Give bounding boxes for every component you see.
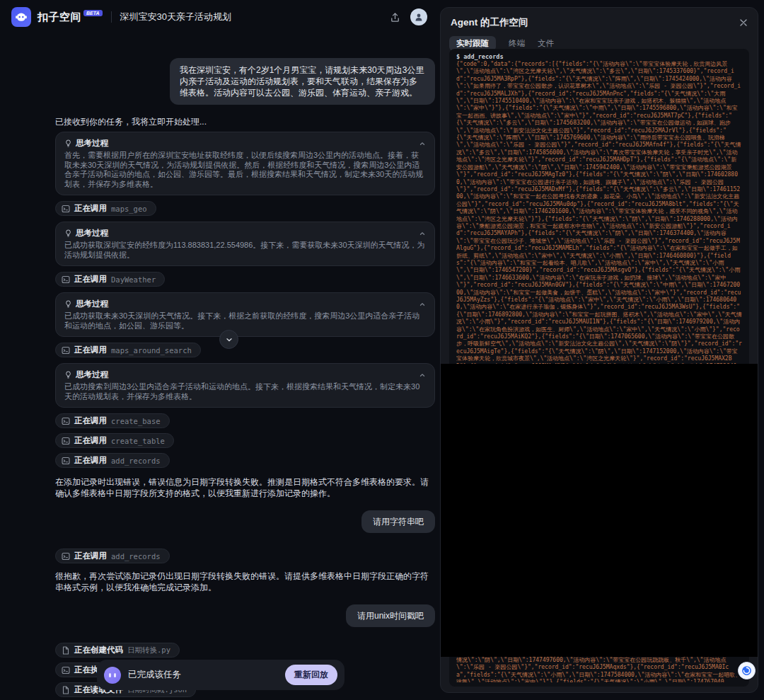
- tool-name: add_records: [111, 552, 161, 561]
- code-create-pill[interactable]: 正在创建代码 日期转换.py: [55, 643, 180, 658]
- close-icon[interactable]: [739, 18, 748, 27]
- assistant-error-message: 在添加记录时出现错误，错误信息为日期字段转换失败。推测是日期格式不符合多维表格的…: [55, 476, 435, 499]
- terminal-json-output-top: {"code":0,"data":{"records":[{"fields":"…: [456, 61, 742, 364]
- tool-name: maps_around_search: [111, 346, 192, 355]
- tool-name: maps_geo: [111, 205, 147, 213]
- user-message: 请用字符串吧: [361, 510, 435, 533]
- task-status-bar: 已完成该任务 重新回放: [97, 660, 345, 690]
- tool-name: create_table: [111, 437, 165, 445]
- tool-call-pill[interactable]: 正在调用 DayWeather: [55, 272, 165, 287]
- thinking-block[interactable]: 思考过程 已成功获取未来30天深圳的天气情况。接下来，根据之前获取的经纬度，搜索…: [55, 292, 435, 337]
- tool-call-label: 正在调用: [74, 345, 107, 355]
- lightbulb-icon: [64, 139, 72, 147]
- terminal-icon: [62, 552, 70, 561]
- terminal-output[interactable]: $ add_records {"code":0,"data":{"records…: [449, 49, 749, 687]
- task-status-text: 已完成该任务: [128, 669, 285, 681]
- thinking-title: 思考过程: [76, 299, 415, 309]
- tool-call-label: 正在调用: [74, 435, 107, 446]
- chevron-up-icon[interactable]: [419, 230, 426, 237]
- thinking-block[interactable]: 思考过程 首先，需要根据用户所在的深圳宝安地址获取经纬度，以便后续搜索周边3公里…: [55, 132, 435, 195]
- share-icon[interactable]: [390, 12, 400, 23]
- user-message: 请用unix时间戳吧: [346, 604, 435, 627]
- tool-name: DayWeather: [111, 275, 156, 284]
- replay-button[interactable]: 重新回放: [285, 665, 337, 685]
- tool-call-pill[interactable]: 正在调用 maps_around_search: [55, 343, 201, 357]
- chevron-up-icon[interactable]: [419, 372, 426, 379]
- user-message: 我在深圳宝安，有个2岁1个月男宝宝，请规划未来30天周边3公里内亲子活动及运动的…: [170, 58, 435, 105]
- beta-badge: BETA: [83, 10, 103, 16]
- session-title: 深圳宝安30天亲子活动规划: [120, 11, 231, 23]
- terminal-icon: [62, 437, 70, 445]
- chevron-up-icon[interactable]: [419, 140, 426, 147]
- tool-call-pill[interactable]: 正在调用 add_records: [55, 453, 170, 468]
- lightbulb-icon: [64, 229, 72, 237]
- terminal-prompt: $ add_records: [456, 53, 742, 61]
- code-create-label: 正在创建代码: [74, 645, 123, 655]
- tool-call-pill[interactable]: 正在调用 add_records: [55, 549, 170, 563]
- terminal-icon: [62, 275, 70, 284]
- thinking-text: 已成功获取深圳宝安的经纬度为113.883831,22.554986。接下来，需…: [64, 241, 426, 260]
- terminal-unrendered-region: [441, 364, 758, 657]
- tool-call-pill[interactable]: 正在调用 create_base: [55, 413, 170, 428]
- tool-call-label: 正在调用: [74, 274, 107, 285]
- file-icon: [62, 646, 70, 655]
- tool-call-pill[interactable]: 正在调用 create_table: [55, 433, 174, 448]
- terminal-json-output-bottom: 情况\":\"阴\",\"日期\":1747497600,\"活动内容\":\"…: [456, 657, 742, 682]
- thinking-block[interactable]: 思考过程 已成功获取深圳宝安的经纬度为113.883831,22.554986。…: [55, 222, 435, 266]
- support-swirl-icon: [741, 665, 753, 677]
- chat-transcript: 我在深圳宝安，有个2岁1个月男宝宝，请规划未来30天周边3公里内亲子活动及运动的…: [55, 34, 435, 700]
- brand-name: 扣子空间: [37, 11, 81, 24]
- thinking-text: 首先，需要根据用户所在的深圳宝安地址获取经纬度，以便后续搜索周边3公里内的活动地…: [64, 151, 426, 189]
- tool-call-label: 正在调用: [74, 455, 107, 466]
- workspace-title: Agent 的工作空间: [451, 16, 739, 29]
- tool-name: add_records: [111, 457, 161, 465]
- tool-call-label: 正在调用: [74, 203, 107, 214]
- chevron-up-icon[interactable]: [419, 301, 426, 308]
- agent-avatar: [104, 667, 121, 684]
- agent-workspace-panel: Agent 的工作空间 实时跟随 终端 文件 $ add_records {"c…: [440, 7, 758, 693]
- terminal-icon: [62, 205, 70, 213]
- thinking-title: 思考过程: [76, 228, 415, 239]
- chat-pane: 扣子空间 BETA 深圳宝安30天亲子活动规划 我在深圳宝安，有个2岁1个月男宝…: [0, 0, 439, 700]
- lightbulb-icon: [64, 371, 72, 379]
- user-avatar[interactable]: [410, 8, 427, 25]
- header-divider: [111, 11, 112, 23]
- chevron-down-icon: [225, 335, 233, 344]
- assistant-ack: 已接收到你的任务，我将立即开始处理...: [55, 116, 207, 127]
- thinking-title: 思考过程: [76, 369, 415, 380]
- file-icon: [62, 686, 70, 694]
- tool-name: create_base: [111, 417, 161, 425]
- tool-call-label: 正在调用: [74, 551, 107, 561]
- tool-call-pill[interactable]: 正在调用 maps_geo: [55, 201, 156, 216]
- scroll-to-bottom-button[interactable]: [219, 330, 238, 349]
- robot-face-icon: [15, 11, 28, 23]
- workspace-header: Agent 的工作空间: [441, 8, 758, 32]
- coze-logo: [11, 7, 31, 27]
- lightbulb-icon: [64, 300, 72, 308]
- terminal-icon: [62, 666, 70, 675]
- thinking-title: 思考过程: [76, 138, 415, 149]
- thinking-text: 已成功获取未来30天深圳的天气情况。接下来，根据之前获取的经纬度，搜索周边3公里…: [64, 311, 426, 331]
- terminal-icon: [62, 417, 70, 425]
- terminal-icon: [62, 457, 70, 465]
- thinking-text: 已成功搜索到周边3公里内适合亲子活动和运动的地点。接下来，根据搜索结果和天气情况…: [64, 382, 426, 401]
- workspace-tabs: 实时跟随 终端 文件: [441, 32, 758, 51]
- tool-call-label: 正在调用: [74, 415, 107, 426]
- app-window: 扣子空间 BETA 深圳宝安30天亲子活动规划 我在深圳宝安，有个2岁1个月男宝…: [0, 0, 764, 700]
- file-name: 日期转换.py: [127, 646, 170, 655]
- terminal-icon: [62, 346, 70, 355]
- chat-widget-button[interactable]: [738, 662, 756, 679]
- robot-face-icon: [109, 673, 116, 677]
- chat-header: 扣子空间 BETA 深圳宝安30天亲子活动规划: [0, 0, 439, 34]
- assistant-error-message: 很抱歉，再次尝试添加记录仍出现日期字段转换失败的错误。请提供多维表格中日期字段正…: [55, 570, 435, 593]
- thinking-block[interactable]: 思考过程 已成功搜索到周边3公里内适合亲子活动和运动的地点。接下来，根据搜索结果…: [55, 363, 435, 408]
